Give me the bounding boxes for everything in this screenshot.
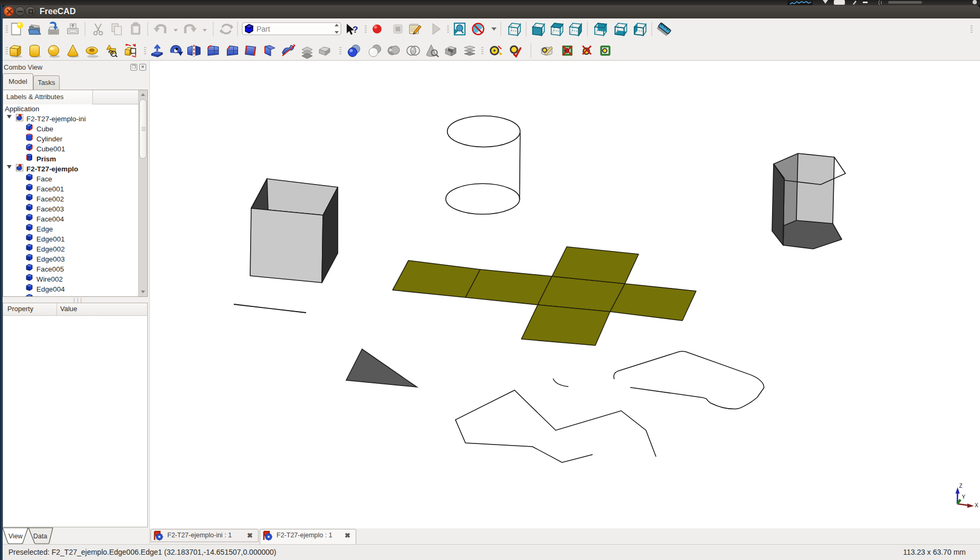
svg-text:Edge: Edge xyxy=(36,225,53,233)
svg-text:Face005: Face005 xyxy=(36,265,64,273)
svg-text:Application: Application xyxy=(5,105,40,113)
svg-text:Cylinder: Cylinder xyxy=(36,135,63,143)
svg-text:Edge004: Edge004 xyxy=(36,285,65,293)
svg-text:Part: Part xyxy=(256,25,270,33)
svg-text:Edge002: Edge002 xyxy=(36,245,65,253)
svg-text:?: ? xyxy=(353,25,358,35)
svg-text:Face003: Face003 xyxy=(36,205,64,213)
svg-text:Data: Data xyxy=(33,533,47,540)
svg-text:Prism: Prism xyxy=(36,155,56,163)
svg-text:Face: Face xyxy=(36,175,52,183)
svg-text:Face004: Face004 xyxy=(36,215,64,223)
svg-text:Z: Z xyxy=(959,483,963,489)
svg-text:Edge001: Edge001 xyxy=(36,235,65,243)
svg-text:Face002: Face002 xyxy=(36,195,64,203)
svg-text:Y: Y xyxy=(962,494,966,500)
svg-text:Face001: Face001 xyxy=(36,185,64,193)
svg-text:F2-T27-ejemplo: F2-T27-ejemplo xyxy=(26,165,78,173)
svg-text:X: X xyxy=(975,503,978,508)
svg-text:Edge003: Edge003 xyxy=(36,255,65,263)
svg-text:Cube001: Cube001 xyxy=(36,145,65,153)
svg-text:Cube: Cube xyxy=(36,125,53,133)
svg-text:Wire002: Wire002 xyxy=(36,275,63,283)
svg-text:View: View xyxy=(8,533,23,540)
svg-text:F2-T27-ejemplo-ini: F2-T27-ejemplo-ini xyxy=(26,115,85,123)
